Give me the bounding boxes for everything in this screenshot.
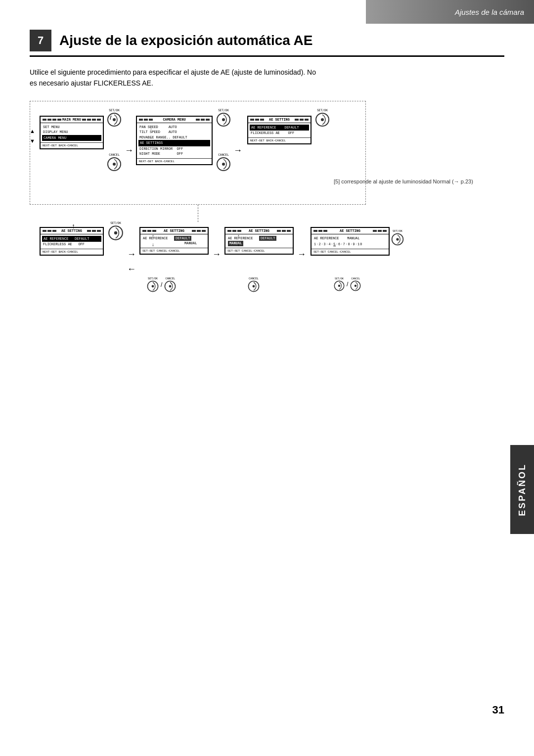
bar <box>232 230 236 232</box>
bars <box>139 119 153 121</box>
menu-item: DISPLAY MENU <box>43 130 100 135</box>
bars-r <box>87 230 101 232</box>
cancel-label: CANCEL <box>109 153 120 156</box>
knob2: SET/OK <box>216 108 231 128</box>
setok-icon <box>146 280 159 293</box>
header-bar: Ajustes de la cámara <box>366 0 534 24</box>
bar <box>227 230 231 232</box>
arrow-up: ↑ <box>72 222 75 230</box>
main-menu-footer: NEXT→SET BACK→CANCEL <box>41 142 103 148</box>
bar <box>201 119 205 121</box>
desc-line1: Utilice el siguiente procedimiento para … <box>30 68 316 76</box>
knob7: SET/OK <box>391 229 404 246</box>
camera-menu-label: CAMERA MENU <box>163 118 185 122</box>
ae-setting-box2: AE SETTING AE REFERENCE DEFAULT FLICKERL… <box>40 227 104 256</box>
page-number: 31 <box>492 704 504 716</box>
knob2-icon <box>216 112 231 128</box>
label: SET/OK <box>317 108 328 112</box>
arrow-right-5: → <box>297 249 306 260</box>
title-section: 7 Ajuste de la exposición automática AE <box>30 30 504 57</box>
knob3: SET/OK <box>314 108 330 128</box>
item: NIGHT MODE OFF <box>139 151 209 157</box>
item: DIRECTION MIRROR OFF <box>139 146 209 152</box>
ae-setting-box3: AE SETTING AE REFERENCE DEFAULT MANUAL S… <box>139 227 209 255</box>
level5: 5 <box>333 243 336 246</box>
bar <box>52 119 56 121</box>
main-menu-title: MAIN MENU <box>41 117 103 123</box>
svg-point-7 <box>222 163 225 166</box>
bar <box>300 119 304 121</box>
up: ↑ <box>150 126 152 131</box>
bar <box>197 230 201 232</box>
svg-point-13 <box>152 285 154 287</box>
default-highlight: DEFAULT <box>174 236 191 241</box>
sidebar-tab: ESPAÑOL <box>510 445 534 534</box>
label: AE SETTING <box>340 229 360 233</box>
main-menu-label: MAIN MENU <box>62 118 81 122</box>
header-title: Ajustes de la cámara <box>455 8 524 16</box>
dn: ↓ <box>237 242 240 247</box>
bar <box>196 119 200 121</box>
ae-setting-box4: AE SETTING AE REFERENCE DEFAULT MANUAL S… <box>224 227 294 255</box>
up: ↑ <box>237 233 240 239</box>
label: CANCEL <box>218 153 229 156</box>
bars <box>142 230 156 232</box>
dn: ↓ <box>150 134 152 139</box>
ae-content1: AE REFERENCE DEFAULT FLICKERLESS AE OFF <box>248 123 311 137</box>
up-down-6: ↑ ↓ <box>237 233 240 247</box>
ae-title3: AE SETTING <box>140 228 208 234</box>
svg-point-19 <box>396 238 399 240</box>
bar <box>202 230 206 232</box>
diagram-container: MAIN MENU SET MENU DISPLAY MENU CAMERA M… <box>30 101 504 309</box>
description: Utilice el siguiente procedimiento para … <box>30 67 504 89</box>
knob7-icon <box>391 232 404 246</box>
bars-r <box>295 119 309 121</box>
footer: SET→SET CANCEL→CANCEL <box>313 250 351 254</box>
bars <box>43 230 56 232</box>
ae-content4: AE REFERENCE DEFAULT MANUAL <box>225 234 293 248</box>
svg-point-15 <box>169 285 172 287</box>
bar <box>87 230 91 232</box>
knob-setok: SET/OK <box>146 277 159 293</box>
bar <box>255 119 259 121</box>
bar <box>206 119 210 121</box>
knob4: SET/OK <box>107 221 124 241</box>
bar <box>152 230 156 232</box>
bar <box>318 230 322 232</box>
bar <box>295 119 299 121</box>
svg-point-9 <box>321 118 324 121</box>
ae-title5: AE SETTING <box>312 228 389 234</box>
bars-r <box>373 230 387 232</box>
camera-menu-footer: NEXT→SET BACK→CANCEL <box>137 158 212 164</box>
page-title: Ajuste de la exposición automática AE <box>59 33 312 48</box>
svg-point-5 <box>222 118 225 121</box>
up-down-arrows: ▲ ▼ <box>30 128 35 144</box>
ae-footer5: SET→SET CANCEL→CANCEL <box>312 249 389 255</box>
bars <box>250 119 264 121</box>
main-menu-box: MAIN MENU SET MENU DISPLAY MENU CAMERA M… <box>40 116 104 150</box>
bars-r <box>277 230 291 232</box>
camera-menu-title: CAMERA MENU <box>137 117 212 123</box>
ae-footer2: NEXT→SET BACK→CANCEL <box>41 249 103 255</box>
setok7-icon <box>333 280 345 292</box>
cancel-knob-1: CANCEL <box>106 153 122 172</box>
cancel6-icon <box>247 280 260 293</box>
ae-content3: AE REFERENCE DEFAULT MANUAL <box>140 234 208 248</box>
ae-title4: AE SETTING <box>225 228 293 234</box>
cancel-only-box6: CANCEL <box>247 277 260 293</box>
ae-ref-manual: AE REFERENCE MANUAL <box>314 236 386 241</box>
bar <box>52 230 56 232</box>
bar <box>237 230 241 232</box>
bar <box>378 230 382 232</box>
bars <box>313 230 327 232</box>
bar <box>92 119 96 121</box>
ae-content5: AE REFERENCE MANUAL 1·2·3·4·5·6·7·8·9·10 <box>312 234 389 249</box>
cancel-knob-2: CANCEL <box>216 153 231 172</box>
knob1-container: SET/OK <box>106 108 122 128</box>
svg-point-11 <box>114 231 117 234</box>
bar <box>250 119 254 121</box>
arrow-right-2: → <box>233 145 242 156</box>
ae-footer4: SET→SET CANCEL→CANCEL <box>225 248 293 254</box>
cancel-icon <box>164 280 177 293</box>
bar <box>305 119 309 121</box>
